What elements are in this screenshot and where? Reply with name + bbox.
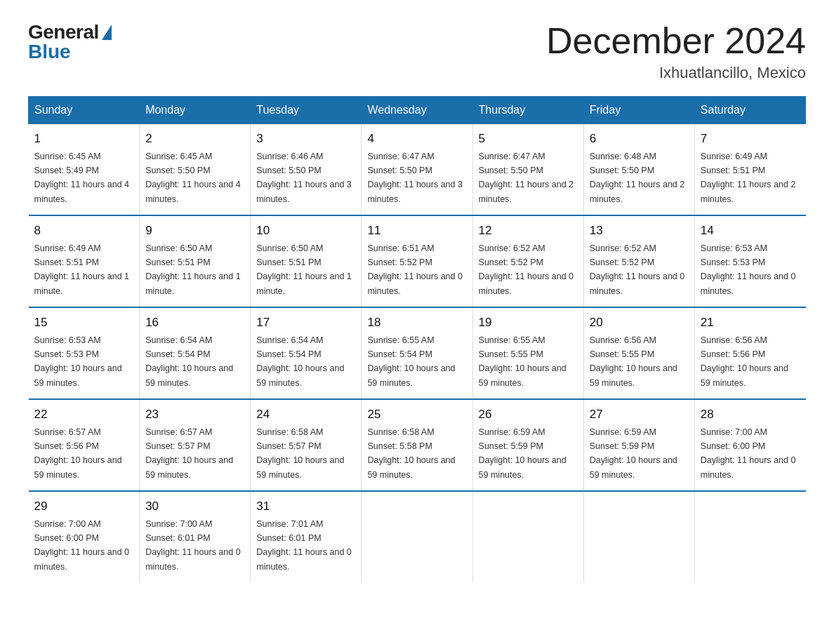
day-cell [583,491,694,582]
day-cell: 17 Sunrise: 6:54 AMSunset: 5:54 PMDaylig… [251,307,362,399]
day-number: 29 [34,497,134,516]
day-cell: 5 Sunrise: 6:47 AMSunset: 5:50 PMDayligh… [472,124,583,216]
day-info: Sunrise: 7:01 AMSunset: 6:01 PMDaylight:… [256,519,352,572]
day-cell: 10 Sunrise: 6:50 AMSunset: 5:51 PMDaylig… [251,215,362,307]
day-info: Sunrise: 6:59 AMSunset: 5:59 PMDaylight:… [590,427,677,480]
day-number: 14 [701,222,800,240]
day-info: Sunrise: 6:58 AMSunset: 5:58 PMDaylight:… [367,427,455,480]
weekday-header-thursday: Thursday [472,97,583,124]
day-number: 22 [34,405,134,424]
day-info: Sunrise: 6:45 AMSunset: 5:50 PMDaylight:… [145,152,241,204]
day-cell: 29 Sunrise: 7:00 AMSunset: 6:00 PMDaylig… [29,491,140,582]
day-cell [362,491,472,582]
day-number: 2 [145,130,244,148]
day-info: Sunrise: 6:57 AMSunset: 5:57 PMDaylight:… [145,427,233,480]
day-cell: 19 Sunrise: 6:55 AMSunset: 5:55 PMDaylig… [472,307,583,399]
logo-blue-text: Blue [28,41,71,63]
day-info: Sunrise: 6:51 AMSunset: 5:52 PMDaylight:… [367,243,463,296]
day-cell [694,491,805,582]
day-info: Sunrise: 6:55 AMSunset: 5:55 PMDaylight:… [479,335,567,388]
weekday-header-friday: Friday [583,97,694,124]
day-info: Sunrise: 6:50 AMSunset: 5:51 PMDaylight:… [256,243,352,296]
day-number: 28 [701,405,800,424]
day-number: 12 [479,222,578,240]
day-info: Sunrise: 6:47 AMSunset: 5:50 PMDaylight:… [367,152,463,204]
day-info: Sunrise: 6:46 AMSunset: 5:50 PMDaylight:… [256,152,352,204]
day-info: Sunrise: 6:55 AMSunset: 5:54 PMDaylight:… [367,335,455,388]
day-cell: 11 Sunrise: 6:51 AMSunset: 5:52 PMDaylig… [362,215,472,307]
day-number: 3 [256,130,355,148]
week-row-5: 29 Sunrise: 7:00 AMSunset: 6:00 PMDaylig… [29,491,806,582]
day-number: 25 [367,405,466,424]
day-cell: 6 Sunrise: 6:48 AMSunset: 5:50 PMDayligh… [583,124,694,216]
day-cell: 28 Sunrise: 7:00 AMSunset: 6:00 PMDaylig… [694,399,805,491]
day-number: 20 [590,314,689,332]
day-cell [472,491,583,582]
day-number: 24 [256,405,355,424]
day-info: Sunrise: 6:52 AMSunset: 5:52 PMDaylight:… [479,243,574,296]
day-info: Sunrise: 6:57 AMSunset: 5:56 PMDaylight:… [34,427,122,480]
day-number: 21 [701,314,800,332]
day-cell: 3 Sunrise: 6:46 AMSunset: 5:50 PMDayligh… [251,124,362,216]
day-cell: 8 Sunrise: 6:49 AMSunset: 5:51 PMDayligh… [29,215,140,307]
day-info: Sunrise: 6:45 AMSunset: 5:49 PMDaylight:… [34,152,130,204]
day-number: 11 [367,222,466,240]
day-cell: 23 Sunrise: 6:57 AMSunset: 5:57 PMDaylig… [140,399,251,491]
day-cell: 24 Sunrise: 6:58 AMSunset: 5:57 PMDaylig… [251,399,362,491]
day-number: 5 [479,130,578,148]
day-cell: 31 Sunrise: 7:01 AMSunset: 6:01 PMDaylig… [251,491,362,582]
day-number: 16 [145,314,244,332]
day-cell: 1 Sunrise: 6:45 AMSunset: 5:49 PMDayligh… [29,124,140,216]
day-cell: 20 Sunrise: 6:56 AMSunset: 5:55 PMDaylig… [583,307,694,399]
day-cell: 4 Sunrise: 6:47 AMSunset: 5:50 PMDayligh… [362,124,472,216]
calendar-table: SundayMondayTuesdayWednesdayThursdayFrid… [28,96,806,582]
day-cell: 14 Sunrise: 6:53 AMSunset: 5:53 PMDaylig… [694,215,805,307]
location: Ixhuatlancillo, Mexico [546,64,806,82]
day-number: 31 [256,497,355,516]
day-info: Sunrise: 6:53 AMSunset: 5:53 PMDaylight:… [34,335,122,388]
day-cell: 30 Sunrise: 7:00 AMSunset: 6:01 PMDaylig… [140,491,251,582]
day-info: Sunrise: 6:58 AMSunset: 5:57 PMDaylight:… [256,427,344,480]
day-cell: 21 Sunrise: 6:56 AMSunset: 5:56 PMDaylig… [694,307,805,399]
day-number: 13 [590,222,689,240]
day-cell: 26 Sunrise: 6:59 AMSunset: 5:59 PMDaylig… [472,399,583,491]
day-info: Sunrise: 7:00 AMSunset: 6:01 PMDaylight:… [145,519,241,572]
day-info: Sunrise: 6:50 AMSunset: 5:51 PMDaylight:… [145,243,241,296]
day-cell: 18 Sunrise: 6:55 AMSunset: 5:54 PMDaylig… [362,307,472,399]
week-row-2: 8 Sunrise: 6:49 AMSunset: 5:51 PMDayligh… [29,215,806,307]
day-cell: 2 Sunrise: 6:45 AMSunset: 5:50 PMDayligh… [140,124,251,216]
day-number: 19 [479,314,578,332]
day-number: 6 [590,130,689,148]
logo: General Blue [28,21,112,63]
week-row-4: 22 Sunrise: 6:57 AMSunset: 5:56 PMDaylig… [29,399,806,491]
day-cell: 13 Sunrise: 6:52 AMSunset: 5:52 PMDaylig… [583,215,694,307]
weekday-header-monday: Monday [140,97,251,124]
day-info: Sunrise: 6:56 AMSunset: 5:56 PMDaylight:… [701,335,788,388]
day-info: Sunrise: 6:49 AMSunset: 5:51 PMDaylight:… [34,243,130,296]
weekday-header-row: SundayMondayTuesdayWednesdayThursdayFrid… [29,97,806,124]
week-row-1: 1 Sunrise: 6:45 AMSunset: 5:49 PMDayligh… [29,124,806,216]
day-info: Sunrise: 6:49 AMSunset: 5:51 PMDaylight:… [701,152,796,204]
weekday-header-tuesday: Tuesday [251,97,362,124]
day-number: 23 [145,405,244,424]
day-number: 10 [256,222,355,240]
day-number: 8 [34,222,134,240]
day-number: 26 [479,405,578,424]
weekday-header-saturday: Saturday [694,97,805,124]
day-cell: 22 Sunrise: 6:57 AMSunset: 5:56 PMDaylig… [29,399,140,491]
month-title: December 2024 [546,21,806,61]
weekday-header-sunday: Sunday [29,97,140,124]
day-number: 7 [701,130,800,148]
day-number: 15 [34,314,134,332]
day-cell: 15 Sunrise: 6:53 AMSunset: 5:53 PMDaylig… [29,307,140,399]
day-info: Sunrise: 7:00 AMSunset: 6:00 PMDaylight:… [701,427,796,480]
day-info: Sunrise: 7:00 AMSunset: 6:00 PMDaylight:… [34,519,130,572]
page-header: General Blue December 2024 Ixhuatlancill… [28,21,806,82]
day-cell: 25 Sunrise: 6:58 AMSunset: 5:58 PMDaylig… [362,399,472,491]
title-area: December 2024 Ixhuatlancillo, Mexico [546,21,806,82]
day-number: 9 [145,222,244,240]
day-info: Sunrise: 6:52 AMSunset: 5:52 PMDaylight:… [590,243,685,296]
day-cell: 9 Sunrise: 6:50 AMSunset: 5:51 PMDayligh… [140,215,251,307]
day-info: Sunrise: 6:47 AMSunset: 5:50 PMDaylight:… [479,152,574,204]
day-info: Sunrise: 6:54 AMSunset: 5:54 PMDaylight:… [256,335,344,388]
